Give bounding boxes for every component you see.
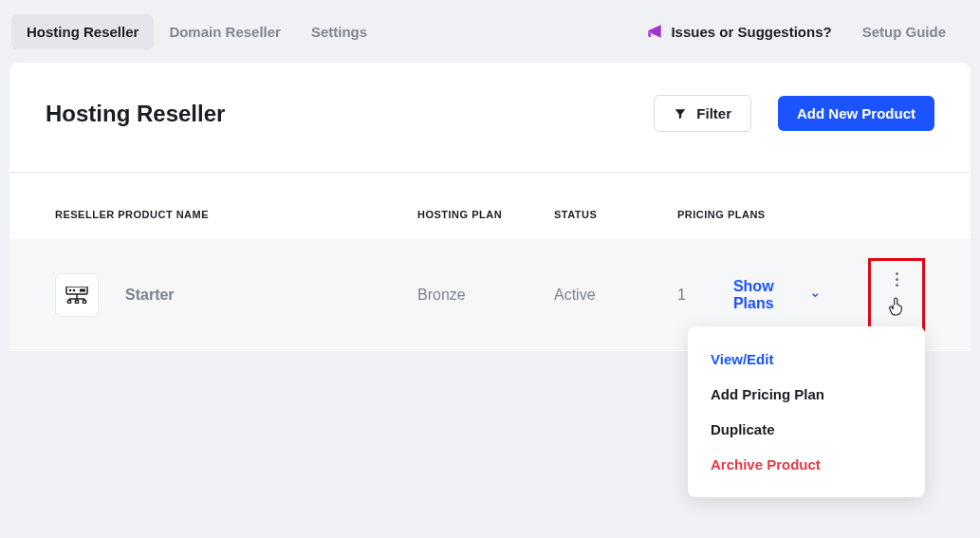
page-title: Hosting Reseller [46,101,225,127]
svg-point-6 [67,300,70,303]
column-header-plan: HOSTING PLAN [417,209,554,220]
filter-button-label: Filter [696,105,731,121]
table-header: RESELLER PRODUCT NAME HOSTING PLAN STATU… [9,173,971,239]
svg-point-1 [69,288,72,291]
product-icon [55,273,99,317]
top-nav: Hosting Reseller Domain Reseller Setting… [0,0,980,63]
pricing-count: 1 [677,287,686,304]
cursor-hand-icon [888,296,905,317]
add-new-product-button[interactable]: Add New Product [778,96,934,131]
cell-pricing: 1 Show Plans [677,258,925,331]
dropdown-duplicate[interactable]: Duplicate [688,412,925,447]
svg-point-7 [75,300,78,303]
server-icon [65,287,89,304]
card-header: Hosting Reseller Filter Add New Product [9,63,971,173]
chevron-down-icon [810,288,821,302]
svg-rect-3 [80,288,85,291]
products-table: RESELLER PRODUCT NAME HOSTING PLAN STATU… [9,173,971,351]
cell-status: Active [554,287,677,304]
show-plans-toggle[interactable]: Show Plans [733,278,821,312]
filter-icon [674,107,687,121]
header-actions: Filter Add New Product [654,95,934,132]
cell-product-name: Starter [55,273,417,317]
show-plans-label: Show Plans [733,278,798,312]
product-name-text: Starter [125,287,175,304]
dropdown-archive-product[interactable]: Archive Product [688,447,925,482]
dropdown-view-edit[interactable]: View/Edit [688,342,925,377]
kebab-menu-button[interactable] [888,269,905,290]
table-row: Starter Bronze Active 1 Show Plans [9,239,971,351]
annotation-highlight [868,258,925,331]
issues-suggestions-label: Issues or Suggestions? [671,24,831,40]
megaphone-icon [646,23,663,40]
row-actions-wrap: View/Edit Add Pricing Plan Duplicate Arc… [868,258,925,331]
tab-hosting-reseller[interactable]: Hosting Reseller [11,14,154,49]
dropdown-add-pricing-plan[interactable]: Add Pricing Plan [688,377,925,412]
cell-hosting-plan: Bronze [417,287,554,304]
column-header-name: RESELLER PRODUCT NAME [55,209,417,220]
setup-guide-link[interactable]: Setup Guide [847,14,961,49]
tab-domain-reseller[interactable]: Domain Reseller [154,14,296,49]
row-actions-dropdown: View/Edit Add Pricing Plan Duplicate Arc… [688,326,925,497]
svg-point-2 [73,288,76,291]
svg-point-8 [83,300,85,303]
main-card: Hosting Reseller Filter Add New Product … [9,63,971,351]
column-header-pricing: PRICING PLANS [677,209,925,220]
issues-suggestions-link[interactable]: Issues or Suggestions? [631,13,846,49]
column-header-status: STATUS [554,209,677,220]
tab-settings[interactable]: Settings [296,14,382,49]
filter-button[interactable]: Filter [654,95,751,132]
